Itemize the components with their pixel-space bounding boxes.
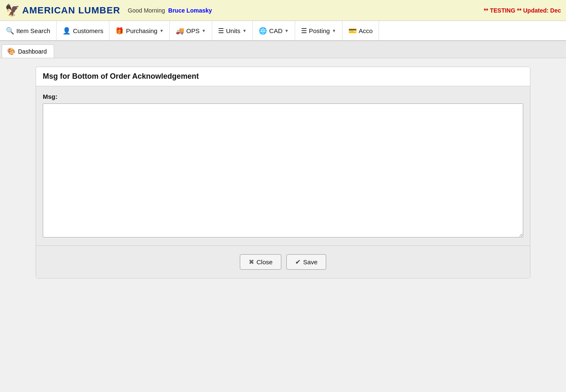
main-content: Msg for Bottom of Order Acknowledgement … [0, 58, 566, 383]
nav-item-search[interactable]: 🔍 Item Search [0, 21, 57, 40]
tabs-bar: 🎨 Dashboard [0, 41, 566, 58]
nav-item-units-label: Units [226, 27, 240, 34]
save-button-label: Save [303, 258, 317, 266]
units-menu-icon: ☰ [218, 27, 224, 35]
greeting-prefix: Good Morning [128, 7, 165, 14]
person-icon: 👤 [62, 27, 71, 35]
tab-dashboard-label: Dashboard [18, 48, 47, 55]
nav-item-posting-label: Posting [309, 27, 330, 34]
greeting-name: Bruce Lomasky [168, 7, 212, 14]
units-dropdown-arrow: ▼ [242, 28, 247, 33]
gift-icon: 🎁 [115, 27, 124, 35]
close-button[interactable]: ✖ Close [240, 254, 281, 270]
nav-item-posting[interactable]: ☰ Posting ▼ [295, 21, 343, 40]
close-button-label: Close [257, 258, 273, 266]
close-icon: ✖ [249, 258, 254, 266]
save-icon: ✔ [295, 258, 301, 266]
globe-icon: 🌐 [259, 27, 267, 35]
nav-item-units[interactable]: ☰ Units ▼ [212, 21, 253, 40]
nav-item-ops-label: OPS [186, 27, 200, 34]
nav-item-cad[interactable]: 🌐 CAD ▼ [253, 21, 295, 40]
nav-item-purchasing[interactable]: 🎁 Purchasing ▼ [109, 21, 170, 40]
msg-textarea[interactable] [43, 103, 523, 237]
nav-item-customers-label: Customers [73, 27, 104, 34]
save-button[interactable]: ✔ Save [286, 254, 326, 270]
cad-dropdown-arrow: ▼ [285, 28, 289, 33]
header: 🦅 AMERICAN LUMBER Good Morning Bruce Lom… [0, 0, 566, 21]
form-title: Msg for Bottom of Order Acknowledgement [43, 72, 199, 80]
nav-item-purchasing-label: Purchasing [126, 27, 157, 34]
msg-field-label: Msg: [43, 93, 523, 100]
form-panel: Msg for Bottom of Order Acknowledgement … [36, 67, 530, 279]
logo-area: 🦅 AMERICAN LUMBER [5, 3, 120, 17]
nav-item-cad-label: CAD [269, 27, 283, 34]
nav-item-customers[interactable]: 👤 Customers [57, 21, 110, 40]
nav-item-acco[interactable]: 💳 Acco [343, 21, 379, 40]
nav-item-ops[interactable]: 🚚 OPS ▼ [170, 21, 212, 40]
search-icon: 🔍 [6, 27, 14, 35]
navbar: 🔍 Item Search 👤 Customers 🎁 Purchasing ▼… [0, 21, 566, 41]
testing-badge: ** TESTING ** Updated: Dec [484, 7, 561, 14]
nav-item-acco-label: Acco [359, 27, 373, 34]
tab-dashboard[interactable]: 🎨 Dashboard [2, 44, 54, 58]
greeting: Good Morning Bruce Lomasky [128, 7, 212, 14]
posting-dropdown-arrow: ▼ [332, 28, 336, 33]
form-panel-header: Msg for Bottom of Order Acknowledgement [36, 67, 530, 86]
logo-bird-icon: 🦅 [5, 3, 20, 17]
form-panel-body: Msg: [36, 86, 530, 245]
card-icon: 💳 [348, 27, 357, 35]
purchasing-dropdown-arrow: ▼ [159, 28, 164, 33]
posting-menu-icon: ☰ [301, 27, 307, 35]
form-panel-footer: ✖ Close ✔ Save [36, 245, 530, 278]
nav-item-search-label: Item Search [16, 27, 50, 34]
truck-icon: 🚚 [176, 27, 184, 35]
ops-dropdown-arrow: ▼ [202, 28, 206, 33]
dashboard-tab-icon: 🎨 [7, 47, 16, 55]
logo-text: AMERICAN LUMBER [22, 5, 120, 16]
